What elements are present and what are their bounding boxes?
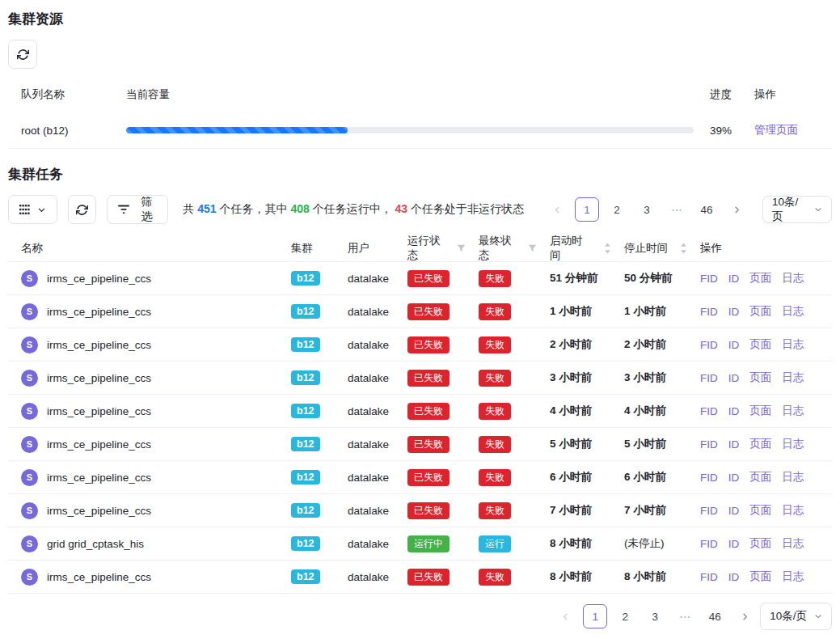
log-link[interactable]: 日志	[782, 536, 804, 551]
page-link[interactable]: 页面	[749, 503, 771, 518]
funnel-icon[interactable]	[528, 244, 537, 253]
fid-link[interactable]: FID	[700, 505, 718, 517]
fid-link[interactable]: FID	[700, 273, 718, 285]
page-number[interactable]: 2	[605, 197, 629, 222]
chevron-right-icon[interactable]	[732, 604, 757, 628]
refresh-icon	[76, 204, 88, 216]
cluster-badge: b12	[291, 304, 320, 319]
page-link[interactable]: 页面	[749, 536, 771, 551]
task-table-row: S irms_ce_pipeline_ccs b12 datalake 已失败 …	[8, 494, 832, 527]
stop-time: (未停止)	[624, 536, 665, 551]
user-name: datalake	[348, 273, 389, 285]
log-link[interactable]: 日志	[782, 337, 804, 352]
page-link[interactable]: 页面	[749, 337, 771, 352]
pagination-bottom-row: 1 2 3 ⋯ 46 10条/页	[8, 603, 832, 630]
page-number[interactable]: 2	[613, 604, 637, 628]
letter-s-avatar: S	[21, 336, 38, 353]
run-status-badge: 已失败	[407, 370, 450, 387]
page-link[interactable]: 页面	[749, 370, 771, 385]
page-number[interactable]: 1	[583, 604, 607, 628]
log-link[interactable]: 日志	[782, 503, 804, 518]
column-header-label: 运行状态	[407, 234, 450, 263]
fid-link[interactable]: FID	[700, 306, 718, 318]
id-link[interactable]: ID	[728, 339, 740, 351]
cluster-badge: b12	[291, 536, 320, 551]
resources-table-row: root (b12) 39% 管理页面	[8, 112, 832, 149]
user-name: datalake	[348, 505, 389, 517]
task-name: irms_ce_pipeline_ccs	[47, 505, 151, 517]
task-name: irms_ce_pipeline_ccs	[47, 472, 151, 484]
fid-link[interactable]: FID	[700, 339, 718, 351]
task-table-row: S irms_ce_pipeline_ccs b12 datalake 已失败 …	[8, 295, 832, 328]
page-number[interactable]: ⋯	[673, 604, 697, 628]
id-link[interactable]: ID	[728, 372, 740, 384]
manage-page-link[interactable]: 管理页面	[754, 124, 798, 136]
resources-refresh-button[interactable]	[8, 40, 37, 69]
page-size-select[interactable]: 10条/页	[760, 603, 832, 630]
stop-time: 5 小时前	[624, 437, 666, 451]
fid-link[interactable]: FID	[700, 571, 718, 583]
run-status-badge: 运行中	[407, 535, 450, 552]
log-link[interactable]: 日志	[782, 404, 804, 418]
log-link[interactable]: 日志	[782, 271, 804, 286]
start-time: 51 分钟前	[550, 271, 597, 286]
fid-link[interactable]: FID	[700, 472, 718, 484]
column-header-stop-time: 停止时间	[611, 241, 687, 256]
filter-button[interactable]: 筛选	[107, 195, 169, 224]
progress-percent: 39%	[710, 125, 754, 137]
fid-link[interactable]: FID	[700, 538, 718, 550]
page-number[interactable]: 3	[643, 604, 667, 628]
id-link[interactable]: ID	[728, 306, 740, 318]
stop-time: 6 小时前	[624, 470, 666, 485]
view-mode-button[interactable]	[8, 195, 57, 224]
task-table-row: S irms_ce_pipeline_ccs b12 datalake 已失败 …	[8, 395, 832, 428]
log-link[interactable]: 日志	[782, 470, 804, 485]
id-link[interactable]: ID	[728, 505, 740, 517]
id-link[interactable]: ID	[728, 571, 740, 583]
fid-link[interactable]: FID	[700, 372, 718, 384]
page-size-value: 10条/页	[772, 195, 807, 224]
resources-header-row: 队列名称 当前容量 进度 操作	[8, 77, 832, 112]
page-link[interactable]: 页面	[749, 304, 771, 319]
log-link[interactable]: 日志	[782, 370, 804, 385]
page-number[interactable]: 46	[694, 197, 719, 222]
id-link[interactable]: ID	[728, 438, 740, 451]
letter-s-avatar: S	[21, 469, 38, 486]
log-link[interactable]: 日志	[782, 437, 804, 451]
task-table-row: S irms_ce_pipeline_ccs b12 datalake 已失败 …	[8, 362, 832, 395]
id-link[interactable]: ID	[728, 273, 740, 285]
cluster-resources-title: 集群资源	[8, 0, 832, 28]
task-name: irms_ce_pipeline_ccs	[47, 339, 151, 351]
page-link[interactable]: 页面	[749, 437, 771, 451]
log-link[interactable]: 日志	[782, 304, 804, 319]
page-number[interactable]: 46	[703, 604, 727, 628]
tasks-refresh-button[interactable]	[68, 195, 96, 224]
task-name: irms_ce_pipeline_ccs	[47, 372, 151, 384]
id-link[interactable]: ID	[728, 472, 740, 484]
cluster-resources-table: 队列名称 当前容量 进度 操作 root (b12) 39% 管理页面	[8, 77, 832, 149]
chevron-right-icon[interactable]	[724, 197, 749, 222]
funnel-icon[interactable]	[457, 244, 466, 253]
log-link[interactable]: 日志	[782, 569, 804, 584]
page-link[interactable]: 页面	[749, 271, 771, 286]
refresh-icon	[17, 49, 29, 61]
page-link[interactable]: 页面	[749, 470, 771, 485]
page-number[interactable]: 3	[635, 197, 659, 222]
page-link[interactable]: 页面	[749, 569, 771, 584]
summary-segment: 451	[197, 202, 216, 215]
page-link[interactable]: 页面	[749, 404, 771, 418]
chevron-left-icon[interactable]	[545, 197, 569, 222]
summary-segment: 个任务处于非运行状态	[411, 202, 524, 215]
id-link[interactable]: ID	[728, 405, 740, 417]
sort-carets-icon[interactable]	[680, 243, 687, 254]
id-link[interactable]: ID	[728, 538, 740, 550]
page-number[interactable]: 1	[575, 197, 599, 222]
page-size-select[interactable]: 10条/页	[762, 196, 832, 223]
page-number[interactable]: ⋯	[665, 197, 689, 222]
fid-link[interactable]: FID	[700, 438, 718, 451]
sort-carets-icon[interactable]	[604, 243, 611, 254]
fid-link[interactable]: FID	[700, 405, 718, 417]
chevron-left-icon[interactable]	[553, 604, 577, 628]
task-table-row: S irms_ce_pipeline_ccs b12 datalake 已失败 …	[8, 328, 832, 362]
letter-s-avatar: S	[21, 502, 38, 519]
